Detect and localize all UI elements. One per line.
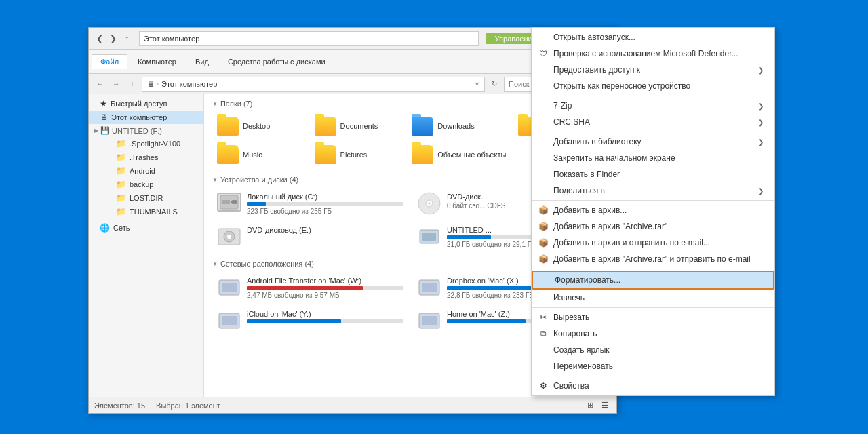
defender-icon: 🛡 (537, 47, 549, 60)
back-icon[interactable]: ❮ (94, 33, 105, 44)
folder-icon-music (217, 145, 239, 164)
ctx-add-archive-email[interactable]: 📦 Добавить в архив и отправить по e-mail… (532, 235, 774, 251)
folder-desktop[interactable]: Desktop (212, 113, 307, 139)
properties-icon: ⚙ (537, 380, 549, 392)
format-icon (538, 274, 551, 286)
drive-c-bar (247, 202, 403, 206)
ctx-properties[interactable]: ⚙ Свойства (532, 378, 774, 394)
computer-icon: 🖥 (100, 113, 108, 122)
selected-info: Выбран 1 элемент (156, 401, 220, 410)
ctx-sep-6 (532, 376, 774, 376)
pin-icon (537, 152, 549, 164)
list-view-btn[interactable]: ☰ (599, 399, 611, 412)
ctx-add-archive-rar[interactable]: 📦 Добавить в архив "Archive.rar" (532, 218, 774, 235)
ctx-eject[interactable]: Извлечь (532, 290, 774, 306)
tab-file[interactable]: Файл (92, 54, 127, 69)
network-android[interactable]: Android File Transfer on 'Mac' (W:) 2,47… (212, 273, 408, 302)
network-android-name: Android File Transfer on 'Mac' (W:) (247, 277, 403, 285)
ctx-cut[interactable]: ✂ Вырезать (532, 309, 774, 326)
devices-arrow-icon: ▼ (212, 177, 218, 183)
forward-icon[interactable]: ❯ (108, 33, 119, 44)
folder-pictures[interactable]: Pictures (310, 142, 405, 167)
network-android-size: 2,47 МБ свободно из 9,57 МБ (247, 292, 403, 299)
crc-icon (537, 116, 549, 128)
nav-up-btn[interactable]: ↑ (125, 77, 139, 91)
sidebar-spotlight[interactable]: 📁 .Spotlight-V100 (105, 137, 203, 151)
status-bar: Элементов: 15 Выбран 1 элемент ⊞ ☰ (89, 397, 616, 413)
star-icon: ★ (100, 99, 107, 108)
items-count: Элементов: 15 (94, 401, 145, 410)
eject-icon (537, 292, 549, 304)
sidebar-lostdir[interactable]: 📁 LOST.DIR (105, 191, 203, 205)
expand-arrow-icon: ▶ (94, 127, 98, 134)
nav-dropdown-icon[interactable]: ▼ (474, 81, 480, 87)
svg-rect-12 (222, 283, 237, 292)
sidebar-this-computer[interactable]: 🖥 Этот компьютер (89, 111, 203, 124)
archive-rar-email-icon: 📦 (537, 253, 549, 265)
usb-icon (417, 226, 441, 248)
folder-music[interactable]: Music (212, 142, 307, 167)
sidebar-quick-access[interactable]: ★ Быстрый доступ (89, 97, 203, 111)
ctx-add-archive-rar-email[interactable]: 📦 Добавить в архив "Archive.rar" и отпра… (532, 251, 774, 267)
ctx-open-autorun[interactable]: Открыть автозапуск... (532, 29, 774, 45)
ctx-share-access[interactable]: Предоставить доступ к ❯ (532, 62, 774, 78)
folder-3d[interactable]: Объемные объекты (407, 142, 511, 167)
nav-refresh-btn[interactable]: ↻ (488, 77, 501, 91)
archive-icon: 📦 (537, 204, 549, 216)
nav-path[interactable]: 🖥 › Этот компьютер ▼ (142, 77, 485, 92)
path-computer-icon: 🖥 (146, 80, 154, 88)
ctx-copy[interactable]: ⧉ Копировать (532, 326, 774, 342)
tab-disk-tools[interactable]: Средства работы с дисками (219, 54, 334, 69)
folder-icon: 📁 (116, 207, 126, 216)
sidebar-network[interactable]: 🌐 Сеть (89, 221, 203, 235)
ctx-share-in[interactable]: Поделиться в ❯ (532, 182, 774, 199)
up-icon[interactable]: ↑ (121, 33, 132, 44)
nav-forward-btn[interactable]: → (109, 77, 123, 91)
folder-documents[interactable]: Documents (310, 113, 405, 139)
drive-e[interactable]: DVD-дисковод (E:) (212, 222, 408, 252)
folder-downloads[interactable]: Downloads (407, 113, 511, 139)
tab-computer[interactable]: Компьютер (129, 54, 185, 69)
sidebar-trashes[interactable]: 📁 .Trashes (105, 151, 203, 164)
library-arrow-icon: ❯ (758, 138, 764, 146)
autorun-icon (537, 31, 549, 43)
dvd-drive-icon-e (217, 226, 241, 248)
drive-c-fill (247, 202, 266, 206)
drive-icon: 💾 (100, 126, 110, 135)
sidebar-android[interactable]: 📁 Android (105, 164, 203, 178)
ctx-add-archive[interactable]: 📦 Добавить в архив... (532, 202, 774, 218)
ctx-sep-2 (532, 132, 774, 132)
drive-c[interactable]: Локальный диск (C:) 223 ГБ свободно из 2… (212, 189, 408, 218)
drive-untitled-fill (447, 235, 491, 239)
ctx-7zip[interactable]: 7-Zip ❯ (532, 98, 774, 114)
folder-icon-documents (315, 117, 336, 136)
ctx-defender[interactable]: 🛡 Проверка с использованием Microsoft De… (532, 45, 774, 62)
sidebar-backup[interactable]: 📁 backup (105, 178, 203, 191)
path-label: Этот компьютер (161, 80, 217, 88)
ctx-add-library[interactable]: Добавить в библиотеку ❯ (532, 134, 774, 150)
ctx-rename[interactable]: Переименовать (532, 358, 774, 374)
ctx-pin-start[interactable]: Закрепить на начальном экране (532, 150, 774, 166)
drive-c-size: 223 ГБ свободно из 255 ГБ (247, 208, 403, 215)
library-icon (537, 136, 549, 148)
ctx-crcsha[interactable]: CRC SHA ❯ (532, 114, 774, 130)
submenu-arrow-icon: ❯ (758, 66, 764, 74)
address-bar[interactable] (139, 31, 479, 46)
network-icloud[interactable]: iCloud on 'Mac' (Y:) (212, 307, 408, 335)
finder-icon (537, 168, 549, 180)
large-icons-view-btn[interactable]: ⊞ (584, 399, 596, 412)
crc-arrow-icon: ❯ (758, 119, 764, 126)
nav-back-btn[interactable]: ← (93, 77, 106, 91)
status-bar-right: ⊞ ☰ (584, 399, 611, 412)
sidebar-thumbnails[interactable]: 📁 THUMBNAILS (105, 205, 203, 218)
network-dropbox-icon (417, 277, 441, 298)
ctx-format[interactable]: Форматировать... (532, 271, 774, 290)
ctx-show-finder[interactable]: Показать в Finder (532, 166, 774, 182)
network-icon: 🌐 (100, 223, 110, 233)
share-icon (537, 64, 549, 76)
tab-view[interactable]: Вид (186, 54, 218, 69)
ctx-sep-3 (532, 200, 774, 201)
sidebar-untitled-header[interactable]: ▶ 💾 UNTITLED (F:) (89, 124, 203, 137)
ctx-open-portable[interactable]: Открыть как переносное устройство (532, 78, 774, 94)
ctx-create-shortcut[interactable]: Создать ярлык (532, 342, 774, 358)
